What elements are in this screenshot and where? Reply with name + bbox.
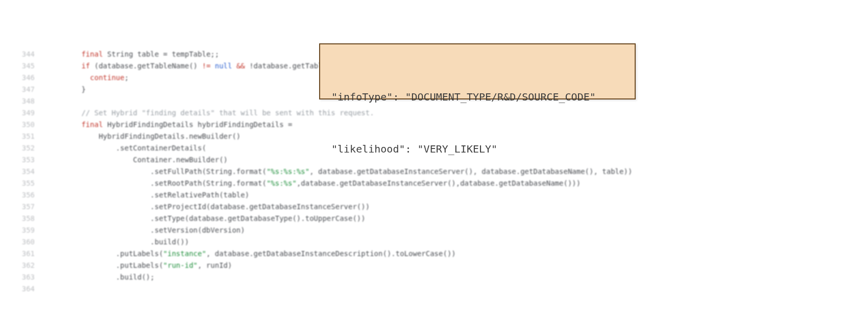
code-content[interactable]: if (database.getTableName() != null && !…: [47, 60, 366, 72]
line-number: 360: [10, 236, 47, 248]
code-line[interactable]: 363 .build();: [10, 271, 572, 283]
code-content[interactable]: .setRootPath(String.format("%s:%s",datab…: [47, 178, 581, 189]
code-content[interactable]: continue;: [47, 72, 129, 84]
line-number: 358: [10, 213, 47, 224]
code-content[interactable]: final String table = tempTable;;: [47, 48, 219, 60]
line-number: 350: [10, 119, 47, 131]
line-number: 353: [10, 154, 47, 166]
code-line[interactable]: 355 .setRootPath(String.format("%s:%s",d…: [10, 178, 572, 189]
line-number: 356: [10, 189, 47, 201]
code-content[interactable]: .setRelativePath(table): [47, 189, 249, 201]
code-content[interactable]: .setType(database.getDatabaseType().toUp…: [47, 213, 366, 224]
code-content[interactable]: .setVersion(dbVersion): [47, 224, 245, 236]
line-number: 362: [10, 260, 47, 271]
line-number: 357: [10, 201, 47, 213]
line-number: 344: [10, 48, 47, 60]
code-content[interactable]: Container.newBuilder(): [47, 154, 228, 166]
code-content[interactable]: .build()): [47, 236, 189, 248]
line-number: 359: [10, 224, 47, 236]
code-line[interactable]: 358 .setType(database.getDatabaseType().…: [10, 213, 572, 224]
code-line[interactable]: 356 .setRelativePath(table): [10, 189, 572, 201]
classification-callout: "infoType": "DOCUMENT_TYPE/R&D/SOURCE_CO…: [319, 43, 636, 99]
code-line[interactable]: 362 .putLabels("run-id", runId): [10, 260, 572, 271]
code-line[interactable]: 357 .setProjectId(database.getDatabaseIn…: [10, 201, 572, 213]
code-content[interactable]: .putLabels("run-id", runId): [47, 260, 232, 271]
line-number: 349: [10, 107, 47, 119]
line-number: 354: [10, 166, 47, 178]
line-number: 361: [10, 248, 47, 260]
code-line[interactable]: 364: [10, 283, 572, 295]
callout-line-1: "infoType": "DOCUMENT_TYPE/R&D/SOURCE_CO…: [331, 88, 623, 106]
line-number: 355: [10, 178, 47, 189]
line-number: 348: [10, 95, 47, 107]
code-content[interactable]: }: [47, 84, 86, 95]
code-content[interactable]: HybridFindingDetails.newBuilder(): [47, 131, 240, 142]
code-line[interactable]: 361 .putLabels("instance", database.getD…: [10, 248, 572, 260]
line-number: 363: [10, 271, 47, 283]
line-number: 352: [10, 142, 47, 154]
line-number: 347: [10, 84, 47, 95]
code-content[interactable]: .setContainerDetails(: [47, 142, 206, 154]
code-content[interactable]: .putLabels("instance", database.getDatab…: [47, 248, 456, 260]
code-content[interactable]: .build();: [47, 271, 155, 283]
line-number: 351: [10, 131, 47, 142]
code-content[interactable]: // Set Hybrid "finding details" that wil…: [47, 107, 374, 119]
callout-line-2: "likelihood": "VERY_LIKELY": [331, 140, 623, 158]
code-line[interactable]: 360 .build()): [10, 236, 572, 248]
code-content[interactable]: .setProjectId(database.getDatabaseInstan…: [47, 201, 370, 213]
line-number: 346: [10, 72, 47, 84]
line-number: 364: [10, 283, 47, 295]
code-line[interactable]: 359 .setVersion(dbVersion): [10, 224, 572, 236]
code-content[interactable]: final HybridFindingDetails hybridFinding…: [47, 119, 292, 131]
line-number: 345: [10, 60, 47, 72]
